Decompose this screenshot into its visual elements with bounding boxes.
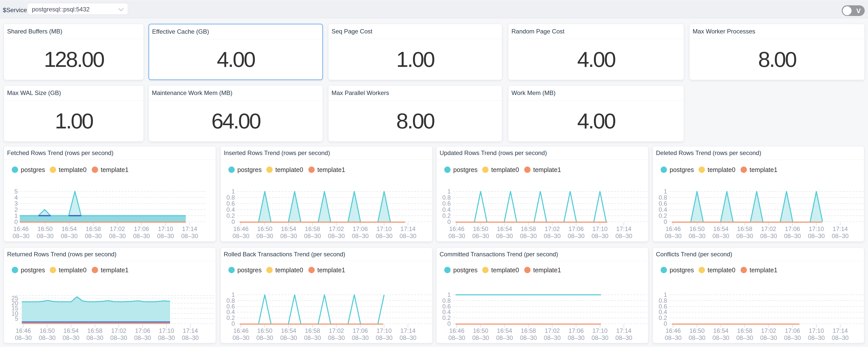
svg-text:16:58: 16:58 xyxy=(305,327,320,334)
svg-text:08–30: 08–30 xyxy=(568,233,585,239)
svg-text:08–30: 08–30 xyxy=(280,233,297,239)
svg-text:16:50: 16:50 xyxy=(39,327,55,334)
svg-text:08–30: 08–30 xyxy=(400,334,416,341)
svg-text:postgres: postgres xyxy=(21,266,45,273)
svg-text:17:02: 17:02 xyxy=(545,327,560,334)
svg-text:0.4: 0.4 xyxy=(659,206,667,213)
svg-text:08–30: 08–30 xyxy=(760,334,777,341)
svg-text:template1: template1 xyxy=(533,266,561,273)
svg-text:template1: template1 xyxy=(317,266,345,273)
svg-text:08–30: 08–30 xyxy=(400,233,416,239)
svg-text:08–30: 08–30 xyxy=(157,233,174,239)
svg-text:08–30: 08–30 xyxy=(133,233,150,239)
svg-text:17:10: 17:10 xyxy=(592,225,608,232)
svg-text:08–30: 08–30 xyxy=(448,334,465,341)
svg-text:16:46: 16:46 xyxy=(665,225,681,232)
svg-text:1: 1 xyxy=(664,291,667,298)
svg-text:0.2: 0.2 xyxy=(442,212,451,219)
svg-text:template1: template1 xyxy=(101,166,129,173)
svg-text:16:46: 16:46 xyxy=(13,225,29,232)
svg-text:template0: template0 xyxy=(491,266,519,273)
svg-text:08–30: 08–30 xyxy=(181,233,198,239)
svg-text:17:10: 17:10 xyxy=(159,327,174,334)
svg-text:08–30: 08–30 xyxy=(472,233,489,239)
svg-text:template1: template1 xyxy=(750,166,777,173)
svg-text:16:58: 16:58 xyxy=(87,327,102,334)
svg-text:08–30: 08–30 xyxy=(448,233,465,239)
svg-text:16:58: 16:58 xyxy=(737,225,752,232)
svg-text:08–30: 08–30 xyxy=(63,334,80,341)
svg-text:08–30: 08–30 xyxy=(736,233,753,239)
svg-text:17:06: 17:06 xyxy=(785,327,800,334)
svg-text:template0: template0 xyxy=(275,166,303,173)
svg-text:08–30: 08–30 xyxy=(256,233,273,239)
svg-text:template0: template0 xyxy=(708,266,735,273)
svg-text:08–30: 08–30 xyxy=(544,233,561,239)
svg-text:08–30: 08–30 xyxy=(87,334,103,341)
svg-text:16:54: 16:54 xyxy=(713,225,728,232)
svg-text:postgres: postgres xyxy=(453,166,477,173)
svg-text:16:54: 16:54 xyxy=(281,225,296,232)
svg-text:16:50: 16:50 xyxy=(257,327,272,334)
svg-text:08–30: 08–30 xyxy=(304,334,321,341)
svg-text:08–30: 08–30 xyxy=(832,233,849,239)
svg-text:17:10: 17:10 xyxy=(377,225,392,232)
svg-text:08–30: 08–30 xyxy=(232,334,250,341)
svg-text:0.2: 0.2 xyxy=(659,212,667,219)
svg-text:17:06: 17:06 xyxy=(135,327,150,334)
svg-text:17:14: 17:14 xyxy=(616,327,631,334)
svg-text:template0: template0 xyxy=(59,166,87,173)
svg-text:17:06: 17:06 xyxy=(352,327,368,334)
svg-text:0: 0 xyxy=(447,218,451,225)
svg-text:08–30: 08–30 xyxy=(134,334,151,341)
svg-text:17:10: 17:10 xyxy=(809,327,824,334)
svg-text:08–30: 08–30 xyxy=(832,334,849,341)
svg-text:16:54: 16:54 xyxy=(281,327,296,334)
svg-text:08–30: 08–30 xyxy=(591,334,608,341)
svg-text:08–30: 08–30 xyxy=(568,334,585,341)
svg-text:16:58: 16:58 xyxy=(305,225,320,232)
svg-text:17:14: 17:14 xyxy=(182,225,197,232)
svg-text:17:14: 17:14 xyxy=(616,225,631,232)
svg-text:0.4: 0.4 xyxy=(442,206,451,213)
svg-text:16:58: 16:58 xyxy=(737,327,752,334)
svg-text:08–30: 08–30 xyxy=(712,233,729,239)
svg-text:08–30: 08–30 xyxy=(544,334,561,341)
svg-text:17:10: 17:10 xyxy=(592,327,608,334)
svg-text:16:58: 16:58 xyxy=(521,225,536,232)
svg-text:08–30: 08–30 xyxy=(472,334,489,341)
svg-text:17:02: 17:02 xyxy=(329,225,344,232)
svg-text:0.6: 0.6 xyxy=(442,200,451,207)
svg-text:postgres: postgres xyxy=(237,266,262,273)
svg-text:16:54: 16:54 xyxy=(64,327,79,334)
svg-text:1: 1 xyxy=(14,212,18,219)
svg-text:08–30: 08–30 xyxy=(808,334,825,341)
svg-text:postgres: postgres xyxy=(237,166,262,173)
svg-text:3: 3 xyxy=(14,200,18,207)
svg-text:08–30: 08–30 xyxy=(665,233,682,239)
svg-text:17:02: 17:02 xyxy=(545,225,560,232)
svg-text:1: 1 xyxy=(447,188,451,195)
svg-text:17:10: 17:10 xyxy=(158,225,173,232)
svg-text:08–30: 08–30 xyxy=(85,233,102,239)
svg-text:16:46: 16:46 xyxy=(233,225,249,232)
svg-text:08–30: 08–30 xyxy=(352,233,369,239)
svg-text:17:02: 17:02 xyxy=(761,327,776,334)
svg-text:template1: template1 xyxy=(101,266,129,273)
svg-text:17:14: 17:14 xyxy=(400,225,415,232)
svg-text:08–30: 08–30 xyxy=(13,233,30,239)
svg-text:16:54: 16:54 xyxy=(713,327,728,334)
svg-text:template0: template0 xyxy=(708,166,735,173)
svg-text:postgres: postgres xyxy=(453,266,477,273)
svg-text:0: 0 xyxy=(231,218,235,225)
svg-text:08–30: 08–30 xyxy=(280,334,297,341)
svg-text:16:50: 16:50 xyxy=(689,225,705,232)
svg-text:08–30: 08–30 xyxy=(61,233,78,239)
svg-text:17:14: 17:14 xyxy=(183,327,198,334)
svg-text:1: 1 xyxy=(231,188,235,195)
svg-text:08–30: 08–30 xyxy=(232,233,250,239)
svg-text:17:14: 17:14 xyxy=(833,225,848,232)
svg-text:08–30: 08–30 xyxy=(376,334,393,341)
svg-text:5: 5 xyxy=(14,188,18,195)
svg-text:16:46: 16:46 xyxy=(16,327,31,334)
